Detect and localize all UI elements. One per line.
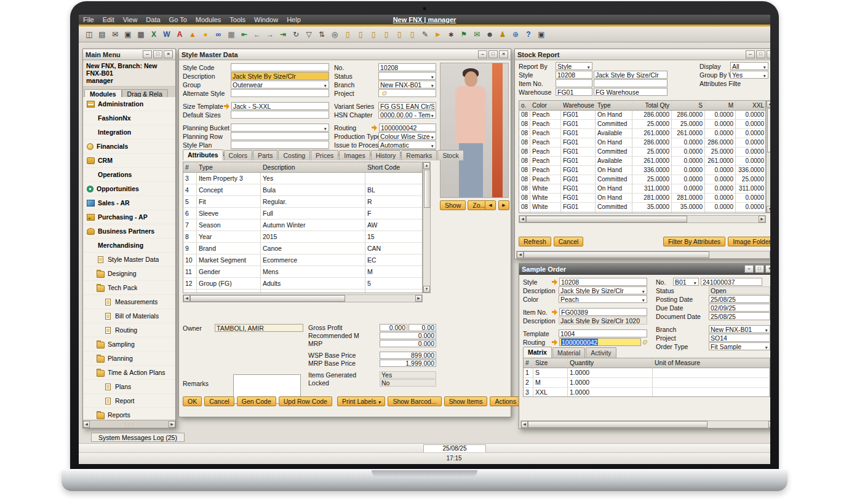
email-icon[interactable]: ✉ <box>110 29 121 40</box>
column-header[interactable]: # <box>183 162 197 172</box>
alternate-style-field[interactable] <box>231 89 329 97</box>
menubar-item[interactable]: Tools <box>225 15 250 25</box>
ok-button[interactable]: OK <box>183 396 202 406</box>
chevron-down-icon[interactable] <box>431 141 434 149</box>
scroll-right-icon[interactable] <box>169 421 175 428</box>
show-image-button[interactable]: Show <box>440 200 466 210</box>
target-document-icon[interactable]: ▯ <box>355 29 366 40</box>
document-date-field[interactable]: 25/08/25 <box>709 312 770 320</box>
attribute-row[interactable]: 5 Fit Regular. R <box>183 196 422 208</box>
sidebar-item-report[interactable]: Report <box>83 394 175 408</box>
menubar-item[interactable]: View <box>119 15 142 25</box>
sort-icon[interactable]: ⇅ <box>316 29 327 40</box>
sidebar-item-reports[interactable]: Reports <box>83 408 175 420</box>
sample-order-titlebar[interactable]: Sample Order <box>519 264 770 275</box>
stock-row[interactable]: 08 Peach FG01 Committed 25.0000 0.0000 0… <box>519 175 765 184</box>
stock-row[interactable]: 08 White FG01 On Hand 281.0000 281.0000 … <box>519 194 765 203</box>
chevron-down-icon[interactable] <box>763 63 767 70</box>
globe-icon[interactable]: ⊕ <box>510 29 521 40</box>
refresh-button[interactable]: Refresh <box>519 237 551 246</box>
previous-record-icon[interactable]: ← <box>252 29 263 40</box>
gross-profit-value-field[interactable]: 0.00 <box>409 324 436 331</box>
description-field[interactable]: Jack Style By Size/Clr <box>559 286 647 294</box>
scroll-right-icon[interactable] <box>415 295 422 302</box>
tab-costing[interactable]: Costing <box>278 150 310 160</box>
stock-row[interactable]: 08 Peach FG01 Available 261.0000 261.000… <box>519 129 765 138</box>
hsn-chapter-field[interactable]: 0000.00.00 - Temp <box>378 111 436 119</box>
link-arrow-icon[interactable] <box>224 103 230 109</box>
close-icon[interactable] <box>499 50 508 58</box>
group-by-warehouse-field[interactable]: Yes <box>730 71 768 79</box>
sidebar-item-opportunities[interactable]: Opportunities <box>83 182 175 196</box>
chevron-down-icon[interactable] <box>431 133 434 140</box>
close-icon[interactable] <box>767 50 770 58</box>
display-field[interactable]: All <box>730 62 768 70</box>
matrix-row[interactable]: 1 S 1.0000 <box>524 368 770 378</box>
sidebar-item-measurements[interactable]: Measurements <box>83 295 175 309</box>
routing-field[interactable]: 1000000042 <box>379 124 436 132</box>
status-field[interactable] <box>378 72 436 80</box>
maximize-icon[interactable] <box>488 50 498 58</box>
chevron-down-icon[interactable] <box>765 343 768 350</box>
stock-report-titlebar[interactable]: Stock Report <box>515 49 770 60</box>
stock-row[interactable]: 08 Peach FG01 Committed 25.0000 0.0000 2… <box>519 148 765 157</box>
routing-field[interactable]: 1000000042 <box>559 338 641 346</box>
binoculars-icon[interactable]: ∞ <box>213 29 224 40</box>
attribute-row[interactable]: 12 Group (FG) Adults 5 <box>183 278 422 289</box>
style-desc-field[interactable]: Jack Style By Size/Clr <box>594 71 668 79</box>
sidebar-item-financials[interactable]: Financials <box>83 140 175 154</box>
planning-bucket-field[interactable] <box>231 124 329 132</box>
menubar-item[interactable]: Edit <box>98 15 119 25</box>
posting-date-field[interactable]: 25/08/25 <box>709 295 770 303</box>
attributes-vertical-scrollbar[interactable] <box>423 162 431 293</box>
sidebar-item-sales-ar[interactable]: Sales - AR <box>83 196 175 210</box>
default-sizes-field[interactable] <box>231 111 329 119</box>
size-template-field[interactable]: Jack - S-XXL <box>231 102 329 110</box>
volume-discount-icon[interactable]: ▯ <box>407 29 418 40</box>
gross-profit-pct-field[interactable]: 0.000 <box>380 324 407 331</box>
flag-icon[interactable]: ⚑ <box>458 29 469 40</box>
sidebar-item-bill-of-materials[interactable]: Bill of Materials <box>83 309 175 323</box>
column-header[interactable]: Size <box>533 358 568 368</box>
scrollbar-thumb[interactable] <box>767 108 770 152</box>
chevron-down-icon[interactable] <box>431 73 434 80</box>
planning-row-field[interactable] <box>231 132 329 140</box>
chevron-down-icon[interactable] <box>324 81 327 89</box>
sidebar-item-integration[interactable]: Integration <box>83 125 175 140</box>
stock-row[interactable]: 08 White FG01 On Hand 311.0000 0.0000 0.… <box>519 184 765 194</box>
stock-row[interactable]: 08 White FG01 Committed 35.0000 35.0000 … <box>519 203 765 212</box>
window-horizontal-scrollbar[interactable] <box>516 251 770 259</box>
column-header[interactable]: Total Qty <box>632 101 672 110</box>
series-field[interactable]: B01 <box>673 278 699 286</box>
link-arrow-icon[interactable] <box>552 339 558 345</box>
show-barcode-button[interactable]: Show Barcod... <box>388 396 441 406</box>
copy-icon[interactable]: ▣ <box>122 29 134 40</box>
scroll-left-icon[interactable] <box>519 216 526 222</box>
column-header[interactable]: M <box>705 101 736 110</box>
branch-field[interactable]: New FNX-B01 <box>378 81 436 89</box>
item-desc-field[interactable] <box>594 79 668 87</box>
last-record-icon[interactable]: ⇥ <box>277 29 289 40</box>
close-icon[interactable] <box>164 50 173 58</box>
column-header[interactable]: o. <box>519 101 530 110</box>
item-no-field[interactable]: FG00389 <box>559 308 647 316</box>
maximize-icon[interactable] <box>755 265 764 273</box>
sidebar-item-operations[interactable]: Operations <box>83 168 175 182</box>
paste-icon[interactable]: ▦ <box>135 29 146 40</box>
payment-means-icon[interactable]: ▯ <box>381 29 392 40</box>
group-field[interactable]: Outerwear <box>231 81 329 89</box>
tab-remarks[interactable]: Remarks <box>401 150 437 160</box>
lock-icon[interactable]: ● <box>200 29 211 40</box>
style-field[interactable]: 10208 <box>559 278 647 286</box>
sidebar-item-crm[interactable]: CRM <box>83 154 175 168</box>
sidebar-item-merchandising[interactable]: Merchandising <box>83 238 175 253</box>
minimize-icon[interactable] <box>744 265 754 273</box>
report-by-field[interactable]: Style <box>556 62 592 70</box>
attribute-row[interactable]: 8 Year 2015 15 <box>183 231 422 243</box>
export-word-icon[interactable]: W <box>161 29 172 40</box>
chevron-down-icon[interactable] <box>642 296 645 303</box>
style-code-field[interactable]: 10208 <box>556 71 592 79</box>
scroll-down-icon[interactable] <box>423 286 430 293</box>
chevron-down-icon[interactable] <box>765 326 768 333</box>
menubar-item[interactable]: Modules <box>191 15 226 25</box>
